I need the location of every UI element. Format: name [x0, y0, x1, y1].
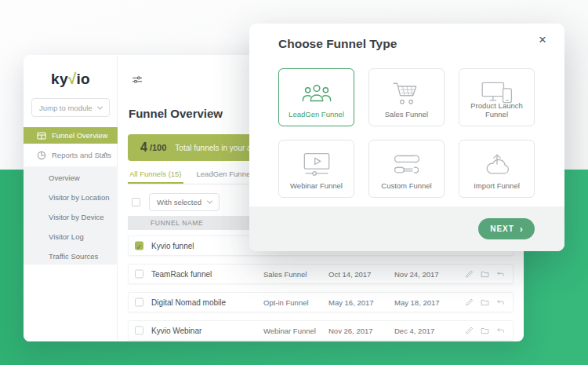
shopping-cart-icon — [369, 78, 444, 107]
chevron-right-icon: › — [520, 224, 523, 235]
card-leadgen-funnel[interactable]: LeadGen Funnel — [278, 68, 354, 126]
with-selected-dropdown[interactable]: With selected — [149, 193, 220, 211]
jump-to-module-select[interactable]: Jump to module — [31, 98, 110, 117]
card-webinar-funnel[interactable]: Webinar Funnel — [278, 140, 354, 198]
card-label: LeadGen Funnel — [279, 110, 354, 119]
row-actions — [465, 270, 505, 279]
table-row[interactable]: TeamRack funnel Sales Funnel Oct 14, 201… — [128, 264, 514, 284]
chevron-down-icon — [97, 104, 103, 109]
row-actions — [465, 327, 505, 335]
funnel-name: Kyvio funnel — [151, 242, 194, 250]
table-row[interactable]: Digital Nomad mobile Opt-in Funnel May 1… — [128, 292, 514, 312]
table-row[interactable]: Kyvio Webinar Webinar Funnel Nov 26, 201… — [128, 320, 514, 341]
sidebar-item-overview[interactable]: Overview — [24, 168, 118, 188]
people-group-icon — [279, 78, 354, 107]
modal-title: Choose Funnel Type — [278, 37, 397, 51]
share-arrow-icon[interactable] — [496, 298, 505, 307]
share-arrow-icon[interactable] — [496, 327, 505, 335]
date-modified: Dec 4, 2017 — [394, 327, 434, 335]
funnel-count-total: /100 — [150, 143, 166, 152]
row-actions — [465, 298, 505, 307]
kyvio-logo: ky√io — [24, 71, 118, 88]
funnel-type: Sales Funnel — [263, 270, 307, 279]
funnel-type: Opt-in Funnel — [263, 298, 309, 307]
row-checkbox[interactable] — [135, 298, 143, 307]
modal-footer: NEXT › — [249, 206, 564, 251]
select-all-checkbox[interactable] — [132, 198, 140, 206]
filter-icon[interactable] — [132, 75, 143, 84]
cloud-upload-icon — [459, 150, 534, 178]
date-created: Oct 14, 2017 — [328, 270, 371, 279]
funnel-table: ✓ Kyvio funnel TeamRack funnel Sales Fun… — [128, 235, 514, 341]
column-header-funnel-name: FUNNEL NAME — [151, 219, 203, 227]
chevron-down-icon — [207, 199, 212, 204]
row-checkbox-checked[interactable]: ✓ — [135, 242, 143, 250]
date-created: May 16, 2017 — [328, 298, 374, 307]
page-title: Funnel Overview — [129, 107, 223, 120]
date-modified: Nov 24, 2017 — [394, 270, 439, 279]
funnel-type: Webinar Funnel — [263, 327, 316, 335]
funnel-name: Kyvio Webinar — [151, 327, 201, 335]
sidebar-item-visitor-log[interactable]: Visitor Log — [24, 227, 118, 246]
funnel-type-grid: LeadGen Funnel Sales Funnel — [278, 68, 535, 198]
edit-pencil-icon[interactable] — [465, 327, 474, 335]
logo-check-icon: √ — [68, 71, 77, 87]
card-label: Webinar Funnel — [279, 181, 354, 190]
jump-to-module-label: Jump to module — [39, 104, 93, 112]
sidebar-item-visitor-by-location[interactable]: Visitor by Location — [24, 188, 118, 207]
sidebar-item-traffic-sources[interactable]: Traffic Sources — [24, 246, 118, 266]
tools-icon — [369, 150, 444, 178]
card-label: Custom Funnel — [369, 181, 444, 190]
sidebar-item-visitor-by-device[interactable]: Visitor by Device — [24, 207, 118, 227]
sidebar-item-label: Funnel Overview — [52, 131, 107, 140]
card-sales-funnel[interactable]: Sales Funnel — [368, 68, 445, 126]
logo-text-post: io — [76, 71, 90, 87]
card-label: Product Launch Funnel — [459, 101, 534, 119]
date-modified: May 18, 2017 — [394, 298, 440, 307]
with-selected-label: With selected — [157, 198, 201, 206]
funnel-name: Digital Nomad mobile — [151, 298, 226, 307]
edit-pencil-icon[interactable] — [465, 298, 474, 307]
row-checkbox[interactable] — [135, 327, 143, 335]
duplicate-folder-icon[interactable] — [481, 298, 489, 307]
close-icon[interactable]: × — [539, 33, 546, 46]
choose-funnel-type-modal: Choose Funnel Type × LeadGen Funnel — [249, 24, 564, 251]
sidebar-item-reports-and-stats[interactable]: Reports and Stats — [24, 144, 118, 166]
tab-all-funnels[interactable]: All Funnels (15) — [128, 170, 183, 184]
duplicate-folder-icon[interactable] — [481, 327, 489, 335]
row-checkbox[interactable] — [135, 270, 143, 279]
date-created: Nov 26, 2017 — [328, 327, 373, 335]
share-arrow-icon[interactable] — [496, 270, 505, 279]
sidebar-subnav: Overview Visitor by Location Visitor by … — [24, 166, 118, 265]
edit-pencil-icon[interactable] — [465, 270, 474, 279]
card-product-launch-funnel[interactable]: Product Launch Funnel — [459, 68, 535, 126]
funnel-name: TeamRack funnel — [151, 270, 212, 279]
logo-text-pre: ky — [51, 71, 68, 87]
funnel-count: 4 — [140, 141, 147, 155]
card-import-funnel[interactable]: Import Funnel — [459, 140, 535, 198]
sidebar-item-funnel-overview[interactable]: Funnel Overview — [24, 127, 118, 144]
card-label: Sales Funnel — [369, 110, 444, 119]
screen: ky√io Jump to module Funnel Overview Rep… — [0, 0, 588, 365]
grid-icon — [37, 132, 46, 140]
card-custom-funnel[interactable]: Custom Funnel — [368, 140, 445, 198]
next-button[interactable]: NEXT › — [478, 218, 535, 239]
card-label: Import Funnel — [459, 181, 534, 190]
next-button-label: NEXT — [490, 224, 514, 233]
duplicate-folder-icon[interactable] — [481, 270, 489, 279]
video-player-icon — [279, 150, 354, 178]
pie-chart-icon — [37, 151, 46, 160]
sidebar: ky√io Jump to module Funnel Overview Rep… — [24, 55, 118, 341]
